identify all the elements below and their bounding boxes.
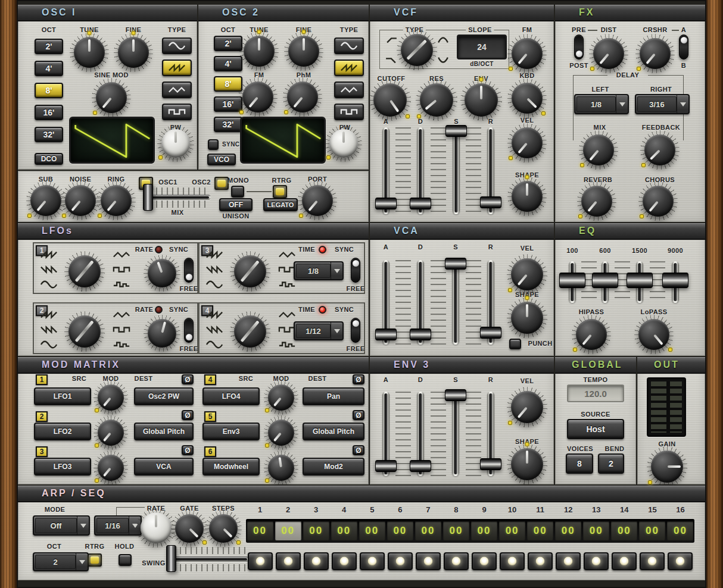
- slider-cap[interactable]: [445, 125, 467, 137]
- source-button[interactable]: Host: [567, 419, 624, 439]
- vca-decay-slider[interactable]: [410, 260, 431, 345]
- slider-cap[interactable]: [410, 460, 431, 472]
- osc2-type-square-button[interactable]: [334, 104, 364, 120]
- vcf-fm-knob[interactable]: [507, 33, 547, 74]
- mod-row1-src-button[interactable]: LFO1: [34, 387, 91, 405]
- mod-row2-src-button[interactable]: LFO2: [34, 423, 91, 440]
- eq-band-600-slider[interactable]: [594, 261, 616, 303]
- chevron-down-icon[interactable]: [677, 95, 688, 113]
- delay-mix-knob[interactable]: [578, 130, 619, 170]
- vcf-shape-knob[interactable]: [507, 176, 547, 217]
- swing-slider-handle[interactable]: [166, 545, 176, 572]
- slider-cap[interactable]: [480, 196, 501, 208]
- arp-rate-dropdown[interactable]: 1/16: [94, 515, 142, 536]
- osc1-fine-knob[interactable]: [113, 32, 154, 73]
- reverb-knob[interactable]: [576, 181, 617, 221]
- lfo2-wave-selector-knob[interactable]: [64, 311, 105, 352]
- step-value-display[interactable]: 00: [471, 521, 497, 540]
- slider-cap[interactable]: [410, 329, 431, 340]
- osc2-type-saw-button[interactable]: [334, 60, 364, 76]
- mod-row2-amount-knob[interactable]: [93, 415, 129, 451]
- mod-row1-amount-knob[interactable]: [93, 380, 129, 415]
- mod-row6-dest-button[interactable]: Mod2: [303, 458, 364, 476]
- tempo-display[interactable]: 120.0: [567, 384, 624, 402]
- pre-post-toggle[interactable]: [574, 35, 584, 60]
- mod-row4-amount-knob[interactable]: [263, 380, 299, 415]
- mod-row5-amount-knob[interactable]: [263, 415, 299, 451]
- mod-row1-invert-button[interactable]: Ø: [182, 374, 194, 384]
- osc2-vco-button[interactable]: VCO: [207, 154, 236, 165]
- chevron-down-icon[interactable]: [331, 323, 342, 339]
- step-value-display[interactable]: 00: [331, 521, 357, 540]
- bend-button[interactable]: 2: [598, 453, 624, 474]
- rtrg-led-button[interactable]: [273, 185, 287, 198]
- vcf-attack-slider[interactable]: [375, 127, 397, 214]
- mod-row4-dest-button[interactable]: Pan: [303, 387, 364, 405]
- vcf-sustain-slider[interactable]: [445, 127, 467, 214]
- mod-row2-dest-button[interactable]: Global Pitch: [134, 423, 194, 440]
- legato-button[interactable]: LEGATO: [263, 198, 298, 211]
- step-gate-button[interactable]: [584, 552, 609, 570]
- chevron-down-icon[interactable]: [76, 553, 88, 570]
- osc2-fine-knob[interactable]: [283, 31, 324, 71]
- vca-punch-button[interactable]: [509, 339, 521, 349]
- osc2-oct-button[interactable]: 32': [214, 117, 242, 132]
- lfo2-sync-free-toggle[interactable]: [184, 318, 194, 343]
- step-gate-button[interactable]: [304, 552, 329, 570]
- osc1-type-saw-button[interactable]: [162, 60, 192, 76]
- step-value-display[interactable]: 00: [667, 521, 693, 540]
- lfo4-sync-free-toggle[interactable]: [351, 318, 360, 343]
- vca-attack-slider[interactable]: [375, 260, 397, 345]
- osc1-dco-button[interactable]: DCO: [35, 153, 63, 165]
- arp-oct-dropdown[interactable]: 2: [33, 552, 89, 571]
- ring-knob[interactable]: [96, 180, 136, 221]
- step-value-display[interactable]: 00: [415, 521, 441, 540]
- env3-vel-knob[interactable]: [506, 386, 548, 428]
- mod-row3-amount-knob[interactable]: [93, 450, 129, 486]
- lfo4-time-dropdown[interactable]: 1/12: [294, 321, 344, 340]
- mod-row6-src-button[interactable]: Modwheel: [202, 458, 260, 476]
- step-value-display[interactable]: 00: [583, 521, 609, 540]
- step-value-display[interactable]: 00: [527, 521, 553, 540]
- osc2-oct-button[interactable]: 4': [214, 56, 242, 71]
- step-value-display[interactable]: 00: [247, 521, 273, 540]
- osc1-type-tri-button[interactable]: [162, 82, 192, 98]
- step-gate-button[interactable]: [388, 552, 413, 570]
- step-value-display[interactable]: 00: [387, 521, 413, 540]
- osc1-oct-button[interactable]: 2': [35, 39, 63, 54]
- step-value-display[interactable]: 00: [275, 521, 301, 540]
- step-gate-button[interactable]: [416, 552, 441, 570]
- vcf-env-knob[interactable]: [460, 79, 503, 121]
- slider-cap[interactable]: [445, 389, 466, 401]
- mod-row3-dest-button[interactable]: VCA: [134, 458, 194, 476]
- vcf-kbd-knob[interactable]: [507, 78, 547, 118]
- lfo3-wave-selector-knob[interactable]: [229, 251, 271, 292]
- vca-vel-knob[interactable]: [506, 254, 548, 295]
- lfo4-wave-selector-knob[interactable]: [229, 311, 271, 352]
- osc1-type-square-button[interactable]: [162, 104, 192, 120]
- step-gate-button[interactable]: [444, 552, 469, 570]
- delay-feedback-knob[interactable]: [640, 130, 680, 170]
- lfo3-time-dropdown[interactable]: 1/8: [294, 261, 344, 280]
- noise-knob[interactable]: [60, 180, 101, 221]
- vcf-type-selector-knob[interactable]: [396, 29, 438, 71]
- osc1-oct-button[interactable]: 32': [35, 127, 63, 142]
- osc2-type-tri-button[interactable]: [334, 82, 364, 98]
- chevron-down-icon[interactable]: [331, 262, 342, 279]
- mod-row4-src-button[interactable]: LFO4: [202, 387, 260, 405]
- mod-row5-src-button[interactable]: Env3: [202, 423, 260, 440]
- env3-decay-slider[interactable]: [410, 392, 431, 476]
- slider-cap[interactable]: [375, 329, 397, 340]
- fx-crshr-knob[interactable]: [635, 33, 675, 74]
- env3-shape-knob[interactable]: [506, 443, 548, 485]
- vca-shape-knob[interactable]: [506, 297, 548, 339]
- slider-cap[interactable]: [480, 327, 501, 339]
- step-gate-button[interactable]: [668, 552, 693, 570]
- slider-cap[interactable]: [662, 273, 688, 288]
- mod-row5-invert-button[interactable]: Ø: [353, 410, 364, 420]
- mod-row1-dest-button[interactable]: Osc2 PW: [134, 387, 194, 405]
- step-value-display[interactable]: 00: [611, 521, 637, 540]
- osc2-phm-knob[interactable]: [282, 77, 323, 117]
- osc2-oct-button[interactable]: 2': [214, 36, 242, 51]
- osc1-oct-button[interactable]: 16': [35, 105, 63, 120]
